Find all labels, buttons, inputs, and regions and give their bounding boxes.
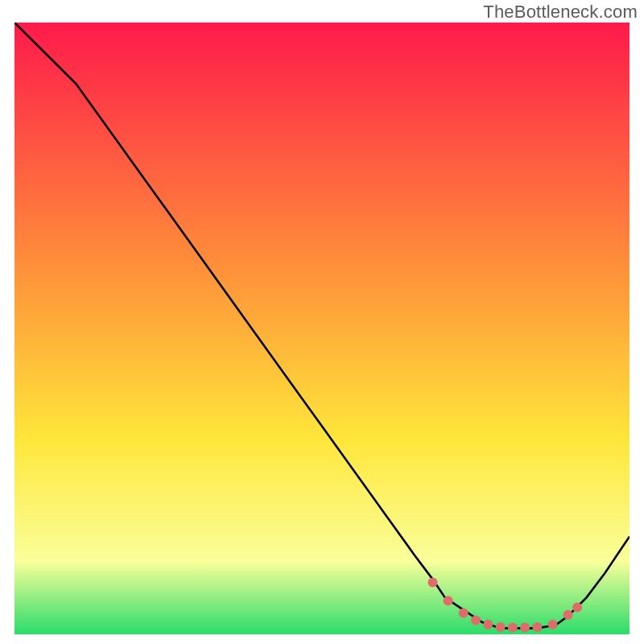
plot-area (14, 23, 630, 634)
marker-dot (520, 623, 530, 633)
marker-dot (548, 620, 558, 630)
chart-container: TheBottleneck.com (0, 0, 644, 644)
chart-svg (14, 23, 630, 634)
gradient-background (14, 23, 630, 634)
marker-dot (428, 577, 438, 587)
marker-dot (508, 623, 518, 633)
marker-dot (471, 616, 481, 625)
marker-dot (459, 608, 469, 617)
marker-dot (572, 603, 582, 613)
marker-dot (496, 622, 506, 632)
watermark-text: TheBottleneck.com (483, 2, 638, 23)
marker-dot (564, 610, 573, 620)
marker-dot (444, 596, 453, 605)
marker-dot (483, 620, 493, 630)
marker-dot (532, 622, 542, 632)
